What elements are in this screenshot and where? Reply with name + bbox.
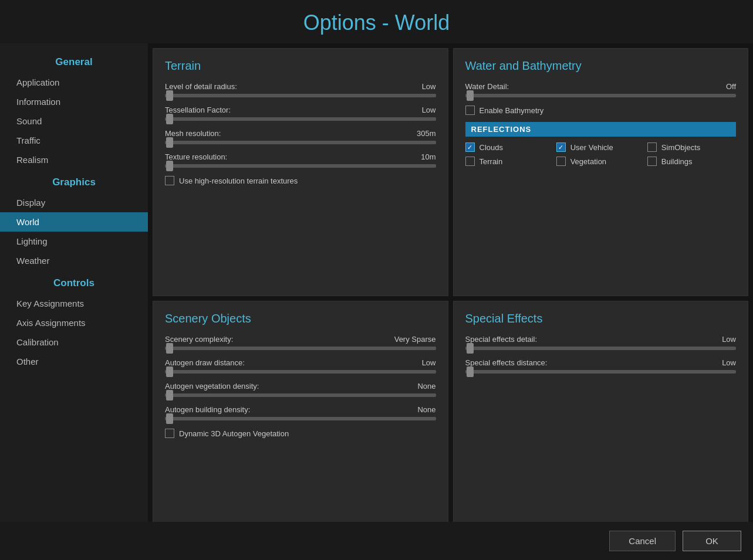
sidebar-controls-title: Controls — [0, 270, 148, 294]
texture-value: 10m — [421, 152, 435, 161]
sidebar-item-application[interactable]: Application — [0, 73, 148, 92]
fx-detail-slider[interactable] — [465, 347, 737, 350]
mesh-slider[interactable] — [165, 141, 436, 144]
reflection-buildings-label: Buildings — [661, 157, 693, 166]
autogen-draw-slider[interactable] — [165, 370, 436, 374]
complexity-value: Very Sparse — [394, 335, 436, 344]
autogen-bld-label: Autogen building density: — [165, 405, 250, 414]
dynamic3d-label: Dynamic 3D Autogen Vegetation — [179, 429, 289, 438]
autogen-veg-value: None — [417, 382, 435, 391]
reflection-clouds-checkbox[interactable] — [465, 142, 475, 152]
reflection-buildings-checkbox[interactable] — [647, 157, 657, 166]
bathymetry-checkbox-row: Enable Bathymetry — [465, 106, 737, 115]
fx-detail-label: Special effects detail: — [465, 335, 538, 344]
autogen-veg-label: Autogen vegetation density: — [165, 382, 259, 391]
lod-slider[interactable] — [165, 94, 436, 97]
reflection-user-vehicle-label: User Vehicle — [570, 143, 613, 152]
autogen-bld-slider-row: Autogen building density: None — [165, 405, 436, 420]
ok-button[interactable]: OK — [683, 531, 741, 551]
autogen-draw-label: Autogen draw distance: — [165, 358, 245, 367]
highres-checkbox[interactable] — [165, 176, 174, 185]
bottom-bar: Cancel OK — [0, 522, 753, 560]
lod-slider-row: Level of detail radius: Low — [165, 82, 436, 97]
mesh-label: Mesh resolution: — [165, 129, 221, 138]
sidebar-item-realism[interactable]: Realism — [0, 150, 148, 169]
reflection-simobjects: SimObjects — [647, 142, 736, 152]
sidebar-item-calibration[interactable]: Calibration — [0, 332, 148, 352]
reflection-user-vehicle-checkbox[interactable] — [556, 142, 566, 152]
water-detail-label: Water Detail: — [465, 82, 509, 91]
reflection-terrain-checkbox[interactable] — [465, 157, 475, 166]
fx-distance-value: Low — [722, 358, 736, 367]
terrain-title: Terrain — [165, 59, 436, 73]
fx-distance-label: Special effects distance: — [465, 358, 548, 367]
texture-thumb — [166, 161, 173, 171]
page-title: Options - World — [0, 0, 753, 43]
fx-detail-slider-row: Special effects detail: Low — [465, 335, 737, 350]
sidebar-general-title: General — [0, 49, 148, 73]
water-detail-value: Off — [726, 82, 736, 91]
sidebar-item-traffic[interactable]: Traffic — [0, 131, 148, 150]
sidebar-graphics-title: Graphics — [0, 169, 148, 193]
texture-slider-row: Texture resolution: 10m — [165, 152, 436, 168]
reflection-user-vehicle: User Vehicle — [556, 142, 645, 152]
autogen-veg-slider[interactable] — [165, 393, 436, 397]
fx-distance-slider-row: Special effects distance: Low — [465, 358, 737, 374]
sidebar-item-information[interactable]: Information — [0, 92, 148, 111]
dynamic3d-checkbox[interactable] — [165, 429, 174, 438]
sidebar-item-weather[interactable]: Weather — [0, 251, 148, 270]
complexity-thumb — [166, 343, 173, 354]
sidebar-item-world[interactable]: World — [0, 212, 148, 232]
autogen-draw-value: Low — [422, 358, 436, 367]
highres-label: Use high-resolution terrain textures — [179, 177, 298, 185]
lod-label: Level of detail radius: — [165, 82, 237, 91]
reflection-clouds-label: Clouds — [480, 143, 503, 152]
tessellation-thumb — [166, 114, 173, 124]
cancel-button[interactable]: Cancel — [609, 531, 676, 551]
sidebar-item-lighting[interactable]: Lighting — [0, 232, 148, 251]
sidebar-item-sound[interactable]: Sound — [0, 111, 148, 131]
scenery-panel: Scenery Objects Scenery complexity: Very… — [153, 301, 448, 549]
sidebar-item-other[interactable]: Other — [0, 352, 148, 371]
water-panel: Water and Bathymetry Water Detail: Off E… — [453, 48, 749, 296]
complexity-slider-row: Scenery complexity: Very Sparse — [165, 335, 436, 350]
tessellation-label: Tessellation Factor: — [165, 106, 231, 114]
reflection-terrain: Terrain — [465, 157, 554, 166]
sidebar-item-key-assignments[interactable]: Key Assignments — [0, 294, 148, 313]
tessellation-slider[interactable] — [165, 117, 436, 121]
bathymetry-label: Enable Bathymetry — [480, 106, 544, 115]
sidebar: General Application Information Sound Tr… — [0, 43, 148, 554]
highres-checkbox-row: Use high-resolution terrain textures — [165, 176, 436, 185]
reflection-vegetation-label: Vegetation — [570, 157, 606, 166]
fx-detail-value: Low — [722, 335, 736, 344]
tessellation-value: Low — [422, 106, 436, 114]
mesh-value: 305m — [417, 129, 436, 138]
water-detail-slider-row: Water Detail: Off — [465, 82, 737, 97]
scenery-title: Scenery Objects — [165, 312, 436, 325]
main-layout: General Application Information Sound Tr… — [0, 43, 753, 554]
texture-slider[interactable] — [165, 164, 436, 168]
complexity-slider[interactable] — [165, 347, 436, 350]
reflection-simobjects-checkbox[interactable] — [647, 142, 657, 152]
reflections-grid: Clouds User Vehicle SimObjects Terrain — [465, 142, 737, 166]
autogen-bld-value: None — [417, 405, 435, 414]
reflection-vegetation: Vegetation — [556, 157, 645, 166]
fx-distance-slider[interactable] — [465, 370, 737, 374]
fx-distance-thumb — [467, 366, 474, 377]
autogen-bld-thumb — [166, 413, 173, 424]
bathymetry-checkbox[interactable] — [465, 106, 475, 115]
special-effects-title: Special Effects — [465, 312, 737, 325]
sidebar-item-axis-assignments[interactable]: Axis Assignments — [0, 313, 148, 332]
autogen-bld-slider[interactable] — [165, 417, 436, 420]
reflection-buildings: Buildings — [647, 157, 736, 166]
water-detail-slider[interactable] — [465, 94, 737, 97]
autogen-veg-thumb — [166, 390, 173, 401]
complexity-label: Scenery complexity: — [165, 335, 233, 344]
lod-thumb — [166, 90, 173, 101]
mesh-thumb — [166, 137, 173, 148]
reflections-header: REFLECTIONS — [465, 122, 737, 137]
content-area: Terrain Level of detail radius: Low Tess… — [148, 43, 753, 554]
sidebar-item-display[interactable]: Display — [0, 193, 148, 212]
reflection-simobjects-label: SimObjects — [661, 143, 700, 152]
reflection-vegetation-checkbox[interactable] — [556, 157, 566, 166]
